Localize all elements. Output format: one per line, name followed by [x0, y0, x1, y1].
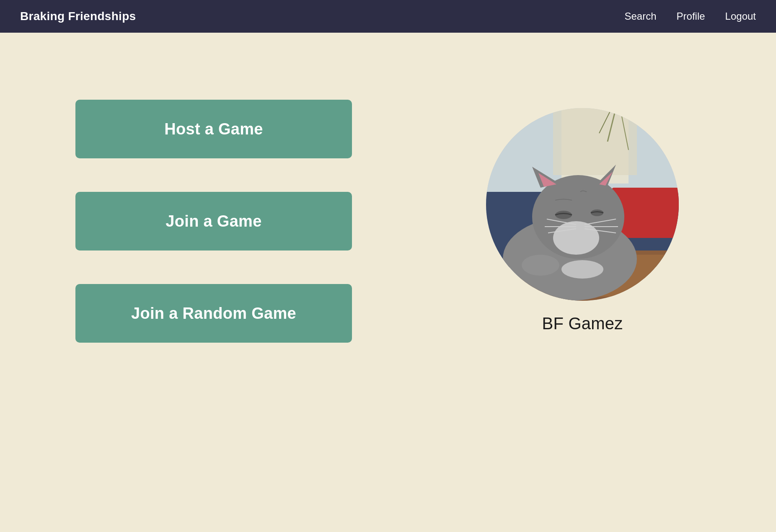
nav-search-link[interactable]: Search [625, 10, 657, 22]
avatar [486, 108, 679, 301]
svg-point-21 [561, 260, 603, 279]
nav-logout-link[interactable]: Logout [725, 10, 756, 22]
main-content: Host a Game Join a Game Join a Random Ga… [0, 33, 776, 343]
join-random-game-button[interactable]: Join a Random Game [75, 284, 352, 343]
app-brand: Braking Friendships [20, 10, 136, 23]
nav-links: Search Profile Logout [625, 10, 756, 22]
join-game-button[interactable]: Join a Game [75, 192, 352, 251]
profile-username: BF Gamez [542, 314, 623, 333]
host-game-button[interactable]: Host a Game [75, 100, 352, 158]
buttons-column: Host a Game Join a Game Join a Random Ga… [75, 100, 352, 343]
avatar-image [486, 108, 679, 301]
svg-point-20 [522, 255, 559, 276]
nav-profile-link[interactable]: Profile [677, 10, 705, 22]
svg-point-12 [555, 211, 572, 219]
svg-rect-2 [553, 108, 637, 175]
profile-section: BF Gamez [486, 100, 679, 333]
navbar: Braking Friendships Search Profile Logou… [0, 0, 776, 33]
